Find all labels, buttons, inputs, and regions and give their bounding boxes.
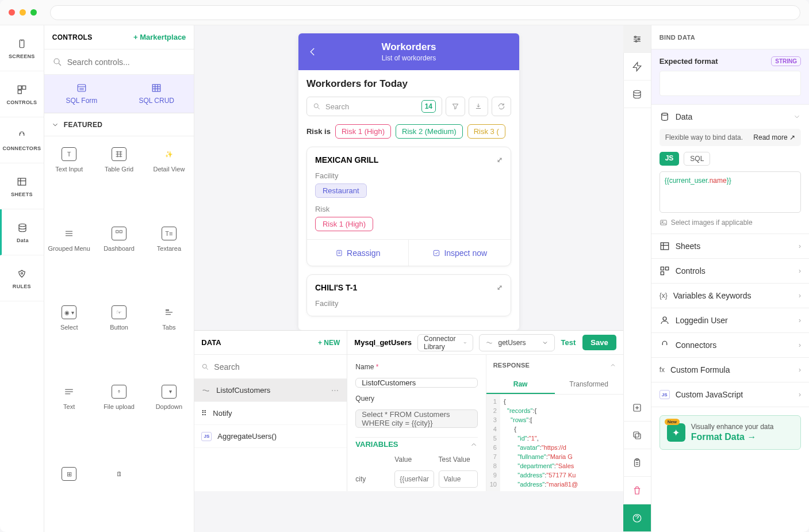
close-dot[interactable] bbox=[9, 9, 15, 16]
filter-button[interactable] bbox=[446, 97, 465, 116]
featured-header[interactable]: FEATURED bbox=[44, 113, 194, 136]
format-data-card[interactable]: ✦New Visually enhance your data Format D… bbox=[660, 415, 801, 450]
rail-screens[interactable]: SCREENS bbox=[0, 25, 44, 71]
new-data-button[interactable]: + NEW bbox=[318, 339, 340, 347]
sql-form-tile[interactable]: SQL Form bbox=[44, 75, 119, 113]
rail-sheets[interactable]: SHEETS bbox=[0, 163, 44, 209]
controls-search-input[interactable] bbox=[67, 58, 186, 67]
ctrl-detail-view[interactable]: ✨Detail View bbox=[144, 136, 194, 183]
sec-custom-formula[interactable]: fxCustom Formula› bbox=[651, 358, 809, 382]
reassign-button[interactable]: Reassign bbox=[307, 240, 409, 266]
var-value-input[interactable] bbox=[394, 470, 434, 488]
ctrl-button[interactable]: ☞Button bbox=[94, 294, 144, 342]
collapse-icon[interactable] bbox=[470, 441, 478, 449]
ctrl-extra-1[interactable]: ⊞ bbox=[44, 453, 94, 500]
rail-rules[interactable]: RULES bbox=[0, 255, 44, 301]
query-input[interactable]: Select * FROM Customers WHERE city = {{c… bbox=[355, 409, 477, 428]
save-button[interactable]: Save bbox=[582, 335, 616, 350]
ctrl-extra-2[interactable]: 🗓 bbox=[94, 453, 144, 500]
collapse-icon[interactable] bbox=[609, 362, 616, 369]
svg-line-11 bbox=[59, 63, 61, 66]
sec-custom-js[interactable]: JSCustom JavaScript› bbox=[651, 382, 809, 407]
format-data-link[interactable]: Format Data → bbox=[691, 432, 774, 442]
rr-delete[interactable] bbox=[623, 477, 651, 504]
svg-line-44 bbox=[206, 368, 208, 369]
data-item-listofcustomers[interactable]: ListofCustomers ⋯ bbox=[194, 379, 347, 402]
ctrl-textarea[interactable]: T≡Textarea bbox=[144, 216, 194, 263]
data-item-notify[interactable]: ⠿ Notify bbox=[194, 402, 347, 425]
ctrl-table-grid[interactable]: Table Grid bbox=[94, 136, 144, 183]
svg-rect-5 bbox=[18, 178, 26, 185]
data-item-aggregate[interactable]: JS AggregateUsers() bbox=[194, 425, 347, 448]
ctrl-dropdown[interactable]: ▾Dopdown bbox=[144, 374, 194, 421]
marketplace-link[interactable]: + Markertplace bbox=[133, 33, 186, 41]
svg-rect-72 bbox=[661, 272, 664, 275]
chevron-right-icon: › bbox=[799, 391, 801, 399]
read-more-link[interactable]: Read more ↗ bbox=[753, 133, 795, 141]
expand-icon[interactable]: ⤢ bbox=[497, 284, 503, 292]
phone-search[interactable]: Search 14 bbox=[306, 97, 442, 116]
sec-connectors[interactable]: Connectors› bbox=[651, 333, 809, 357]
var-test-input[interactable] bbox=[439, 470, 478, 488]
download-button[interactable] bbox=[469, 97, 488, 116]
string-tag: STRING bbox=[771, 56, 801, 66]
ctrl-grouped-menu[interactable]: Grouped Menu bbox=[44, 216, 94, 263]
sec-data-head[interactable]: Data bbox=[651, 105, 809, 129]
min-dot[interactable] bbox=[20, 9, 26, 16]
connector-select[interactable]: Connector Library bbox=[417, 334, 473, 351]
rr-paste[interactable] bbox=[623, 449, 651, 477]
rr-copy[interactable] bbox=[623, 422, 651, 449]
expand-icon[interactable]: ⤢ bbox=[497, 156, 503, 164]
ctrl-text[interactable]: Text bbox=[44, 374, 94, 421]
name-input[interactable] bbox=[355, 378, 477, 388]
svg-rect-4 bbox=[18, 90, 21, 93]
svg-rect-16 bbox=[152, 85, 160, 91]
risk-chip-2[interactable]: Risk 2 (Medium) bbox=[396, 124, 463, 139]
svg-rect-57 bbox=[634, 432, 639, 437]
tab-transformed[interactable]: Transformed bbox=[555, 376, 623, 394]
svg-rect-67 bbox=[661, 243, 669, 250]
more-icon[interactable]: ⋯ bbox=[331, 386, 340, 395]
expression-input[interactable]: {{current_user.name}} bbox=[660, 171, 801, 213]
sec-variables[interactable]: {x}Variables & Keywords› bbox=[651, 284, 809, 308]
rr-help[interactable] bbox=[623, 504, 651, 532]
chevron-down-icon bbox=[793, 113, 801, 121]
rail-controls[interactable]: CONTROLS bbox=[0, 71, 44, 117]
max-dot[interactable] bbox=[30, 9, 37, 16]
js-tab[interactable]: JS bbox=[660, 152, 680, 166]
ctrl-text-input[interactable]: TText Input bbox=[44, 136, 94, 183]
rail-connectors[interactable]: CONNECTORS bbox=[0, 117, 44, 163]
select-images-hint[interactable]: Select images if applicable bbox=[651, 219, 809, 234]
ctrl-file-upload[interactable]: File upload bbox=[94, 374, 144, 421]
rr-database[interactable] bbox=[623, 81, 651, 108]
inspect-button[interactable]: Inspect now bbox=[409, 240, 511, 266]
ctrl-dashboard[interactable]: Dashboard bbox=[94, 216, 144, 263]
action-select[interactable]: getUsers bbox=[479, 334, 555, 351]
sec-sheets[interactable]: Sheets› bbox=[651, 234, 809, 258]
sec-loggedin-user[interactable]: Loggedin User› bbox=[651, 308, 809, 332]
refresh-button[interactable] bbox=[492, 97, 511, 116]
risk-chip-1[interactable]: Risk 1 (High) bbox=[335, 124, 391, 139]
rail-screens-label: SCREENS bbox=[9, 53, 35, 59]
url-bar[interactable] bbox=[50, 5, 800, 20]
ctrl-select[interactable]: ◉ ▾Select bbox=[44, 294, 94, 342]
sql-crud-tile[interactable]: SQL CRUD bbox=[119, 75, 194, 113]
rr-add[interactable] bbox=[623, 394, 651, 422]
search-icon bbox=[313, 102, 321, 110]
sec-controls[interactable]: Controls› bbox=[651, 259, 809, 283]
rr-lightning[interactable] bbox=[623, 53, 651, 81]
data-search-input[interactable] bbox=[214, 362, 340, 372]
rail-data-label: Data bbox=[17, 238, 29, 243]
sql-crud-label: SQL CRUD bbox=[139, 97, 174, 105]
tab-raw[interactable]: Raw bbox=[486, 376, 555, 394]
rr-sliders[interactable] bbox=[623, 25, 651, 53]
slack-icon: ⠿ bbox=[201, 409, 207, 418]
test-button[interactable]: Test bbox=[561, 338, 576, 347]
ctrl-tabs[interactable]: Tabs bbox=[144, 294, 194, 342]
right-rail bbox=[623, 25, 651, 532]
titlebar bbox=[0, 0, 809, 25]
sql-tab[interactable]: SQL bbox=[684, 152, 710, 166]
risk-chip-3[interactable]: Risk 3 ( bbox=[467, 124, 505, 139]
rail-data[interactable]: Data bbox=[0, 209, 44, 255]
rail-rules-label: RULES bbox=[13, 284, 31, 289]
